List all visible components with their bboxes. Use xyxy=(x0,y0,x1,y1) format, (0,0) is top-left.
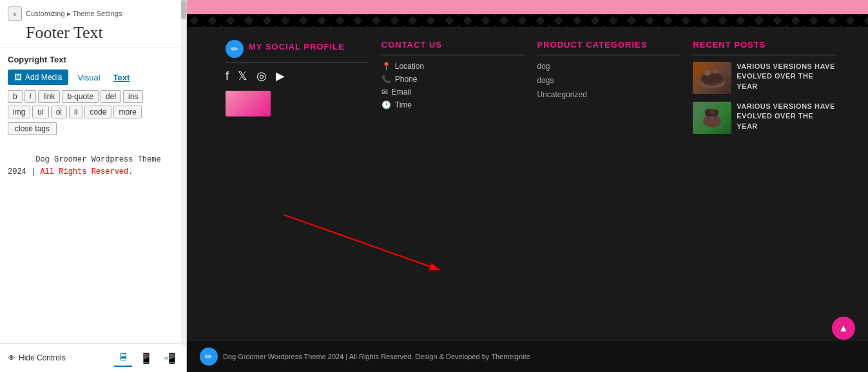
post-image-2 xyxy=(693,102,731,134)
social-divider xyxy=(226,62,369,62)
svg-point-3 xyxy=(704,70,711,76)
panel-body: Copyright Text 🖼 Add Media Visual Text b… xyxy=(0,48,186,343)
social-edit-button[interactable]: ✏ xyxy=(226,40,244,58)
preview-content: ✏ MY SOCIAL PROFILE f 𝕏 ◎ ▶ CONTACT US 📍 xyxy=(187,27,868,372)
tablet-icon-button[interactable]: 📱 xyxy=(137,349,155,367)
phone-icon: 📞 xyxy=(381,75,391,84)
categories-divider xyxy=(537,55,680,55)
back-button[interactable]: ‹ xyxy=(8,6,22,21)
bold-button[interactable]: b xyxy=(8,90,23,103)
contact-time: 🕐 Time xyxy=(381,100,525,109)
post-thumb-1 xyxy=(693,62,731,94)
contact-phone: 📞 Phone xyxy=(381,75,525,84)
breadcrumb: Customizing ▸ Theme Settings xyxy=(26,10,122,18)
ins-button[interactable]: ins xyxy=(123,90,143,103)
post-text-2: VARIOUS VERSIONS HAVE EVOLVED OVER THE Y… xyxy=(737,102,836,131)
footer-edit-button[interactable]: ✏ xyxy=(200,348,218,366)
time-icon: 🕐 xyxy=(381,100,391,109)
contact-divider xyxy=(381,55,525,55)
copyright-label: Copyright Text xyxy=(8,55,178,64)
desktop-icon-button[interactable]: 🖥 xyxy=(114,349,132,367)
panel-footer: 👁 Hide Controls 🖥 📱 📲 xyxy=(0,343,186,372)
hide-controls-button[interactable]: 👁 Hide Controls xyxy=(8,353,66,362)
del-button[interactable]: del xyxy=(101,90,121,103)
ul-button[interactable]: ul xyxy=(32,106,48,118)
add-media-row: 🖼 Add Media Visual Text xyxy=(8,70,178,85)
svg-point-4 xyxy=(713,69,718,74)
copyright-end-text: . xyxy=(128,167,133,176)
eye-icon: 👁 xyxy=(8,353,15,362)
add-media-button[interactable]: 🖼 Add Media xyxy=(8,70,68,85)
footer-bottom-text: Dog Groomer Wordpress Theme 2024 | All R… xyxy=(223,351,530,362)
category-dogs[interactable]: dogs xyxy=(537,76,680,85)
tab-text[interactable]: Text xyxy=(110,70,134,85)
categories-section: PRODUCT CATEGORIES dog dogs Uncategorize… xyxy=(537,40,693,335)
add-media-label: Add Media xyxy=(25,73,62,82)
post-text-1: VARIOUS VERSIONS HAVE EVOLVED OVER THE Y… xyxy=(737,62,836,91)
preview-topbar xyxy=(187,0,868,14)
contact-email: ✉ Email xyxy=(381,88,525,97)
ol-button[interactable]: ol xyxy=(51,106,67,118)
contact-phone-label: Phone xyxy=(395,75,418,84)
svg-point-9 xyxy=(710,115,712,116)
recent-posts-divider xyxy=(693,55,836,55)
scroll-up-button[interactable]: ▲ xyxy=(832,317,855,340)
editor-toolbar-2: img ul ol li code more xyxy=(8,106,178,118)
tab-visual[interactable]: Visual xyxy=(73,70,104,85)
social-image xyxy=(226,91,271,116)
contact-location-label: Location xyxy=(395,62,424,71)
italic-button[interactable]: i xyxy=(24,90,37,103)
svg-point-11 xyxy=(710,116,714,119)
svg-point-10 xyxy=(713,115,715,116)
dog-bowl-svg xyxy=(696,65,728,91)
recent-post-1: VARIOUS VERSIONS HAVE EVOLVED OVER THE Y… xyxy=(693,62,836,94)
svg-point-7 xyxy=(705,109,710,116)
recent-post-2: VARIOUS VERSIONS HAVE EVOLVED OVER THE Y… xyxy=(693,102,836,134)
mobile-icon-button[interactable]: 📲 xyxy=(160,349,178,367)
contact-location: 📍 Location xyxy=(381,62,525,71)
svg-point-8 xyxy=(715,109,719,116)
img-button[interactable]: img xyxy=(8,106,30,118)
preview-panel: ✏ MY SOCIAL PROFILE f 𝕏 ◎ ▶ CONTACT US 📍 xyxy=(187,0,868,372)
twitter-icon[interactable]: 𝕏 xyxy=(238,69,247,83)
contact-section: CONTACT US 📍 Location 📞 Phone ✉ Email 🕐 … xyxy=(381,40,537,335)
post-image-1 xyxy=(693,62,731,94)
code-button[interactable]: code xyxy=(84,106,111,118)
categories-title: PRODUCT CATEGORIES xyxy=(537,40,680,50)
link-button[interactable]: link xyxy=(38,90,60,103)
footer-sections: ✏ MY SOCIAL PROFILE f 𝕏 ◎ ▶ CONTACT US 📍 xyxy=(187,27,868,341)
facebook-icon[interactable]: f xyxy=(226,70,229,83)
editor-toolbar: b i link b-quote del ins xyxy=(8,90,178,103)
social-section: ✏ MY SOCIAL PROFILE f 𝕏 ◎ ▶ xyxy=(226,40,381,335)
copyright-text-area[interactable]: Dog Groomer Wordpress Theme 2024 | All R… xyxy=(8,142,178,191)
breadcrumb-row: ‹ Customizing ▸ Theme Settings xyxy=(8,6,178,21)
zigzag-border xyxy=(187,14,868,27)
youtube-icon[interactable]: ▶ xyxy=(276,69,285,83)
social-title: MY SOCIAL PROFILE xyxy=(249,42,345,51)
close-tags-button[interactable]: close tags xyxy=(8,122,57,135)
recent-posts-section: RECENT POSTS xyxy=(693,40,849,335)
scrollbar[interactable] xyxy=(181,0,186,346)
bquote-button[interactable]: b-quote xyxy=(62,90,99,103)
footer-device-icons: 🖥 📱 📲 xyxy=(114,349,178,367)
contact-time-label: Time xyxy=(395,100,412,109)
location-icon: 📍 xyxy=(381,62,391,71)
email-icon: ✉ xyxy=(381,88,388,97)
contact-title: CONTACT US xyxy=(381,40,525,50)
footer-bottom: ✏ Dog Groomer Wordpress Theme 2024 | All… xyxy=(187,341,868,372)
more-button[interactable]: more xyxy=(113,106,141,118)
li-button[interactable]: li xyxy=(69,106,82,118)
category-dog[interactable]: dog xyxy=(537,62,680,71)
contact-email-label: Email xyxy=(392,88,411,97)
instagram-icon[interactable]: ◎ xyxy=(256,69,267,83)
add-media-icon: 🖼 xyxy=(14,73,22,82)
dog-svg xyxy=(696,105,728,131)
recent-posts-title: RECENT POSTS xyxy=(693,40,836,50)
panel-title: Footer Text xyxy=(26,23,178,42)
post-thumb-2 xyxy=(693,102,731,134)
panel-header: ‹ Customizing ▸ Theme Settings Footer Te… xyxy=(0,0,186,48)
scroll-thumb[interactable] xyxy=(181,0,186,19)
hide-controls-label: Hide Controls xyxy=(19,353,66,362)
social-icons: f 𝕏 ◎ ▶ xyxy=(226,69,369,83)
category-uncategorized[interactable]: Uncategorized xyxy=(537,90,680,99)
